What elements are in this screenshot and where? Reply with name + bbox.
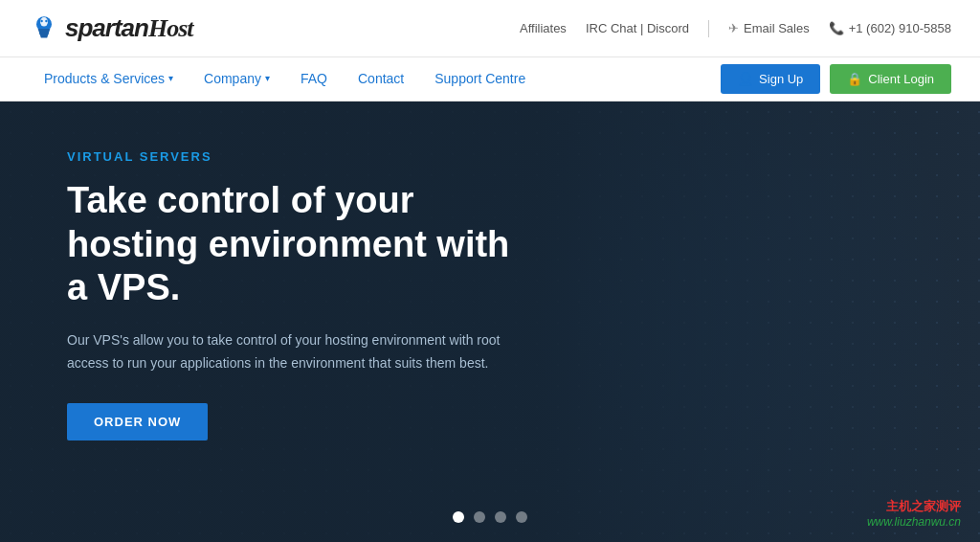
top-bar-divider [708,20,709,37]
nav-item-company[interactable]: Company ▾ [189,57,285,101]
watermark-text-1: 主机之家测评 [867,498,961,515]
svg-point-3 [45,19,47,21]
signup-button[interactable]: 👤 Sign Up [721,64,820,94]
phone-link[interactable]: 📞 +1 (602) 910-5858 [829,21,951,35]
hero-content: VIRTUAL SERVERS Take control of your hos… [0,102,593,488]
irc-discord-link[interactable]: IRC Chat | Discord [586,21,689,35]
hero-section: VIRTUAL SERVERS Take control of your hos… [0,102,980,542]
carousel-dot-1[interactable] [453,511,464,523]
brand-name: spartanHost [65,13,193,43]
top-bar: spartanHost Affiliates IRC Chat | Discor… [0,0,980,57]
nav-buttons: 👤 Sign Up 🔒 Client Login [721,64,951,94]
watermark: 主机之家测评 www.liuzhanwu.cn [867,498,961,529]
chevron-down-icon: ▾ [265,73,270,83]
logo[interactable]: spartanHost [29,13,193,44]
nav-item-contact[interactable]: Contact [343,57,419,101]
nav-links: Products & Services ▾ Company ▾ FAQ Cont… [29,57,541,101]
hero-title: Take control of your hosting environment… [67,179,526,310]
login-button[interactable]: 🔒 Client Login [830,64,951,94]
top-links: Affiliates IRC Chat | Discord ✈ Email Sa… [520,20,951,37]
lock-icon: 🔒 [847,72,862,86]
svg-point-2 [40,19,42,21]
send-icon: ✈ [728,21,739,35]
nav-item-support-centre[interactable]: Support Centre [419,57,541,101]
svg-marker-5 [38,29,51,38]
phone-icon: 📞 [829,21,844,35]
carousel-dot-2[interactable] [474,511,485,523]
hero-description: Our VPS's allow you to take control of y… [67,329,526,375]
nav-item-products-services[interactable]: Products & Services ▾ [29,57,189,101]
hero-subtitle: VIRTUAL SERVERS [67,149,526,164]
watermark-text-2: www.liuzhanwu.cn [867,515,961,529]
carousel-dot-3[interactable] [495,511,506,523]
carousel-dot-4[interactable] [516,511,527,523]
email-sales-link[interactable]: ✈ Email Sales [728,21,810,35]
order-now-button[interactable]: ORDER NOW [67,403,208,440]
chevron-down-icon: ▾ [168,73,173,83]
spartan-logo-icon [29,13,59,44]
affiliates-link[interactable]: Affiliates [520,21,567,35]
carousel-dots [453,511,527,523]
user-icon: 👤 [738,72,753,86]
nav-item-faq[interactable]: FAQ [285,57,343,101]
nav-bar: Products & Services ▾ Company ▾ FAQ Cont… [0,57,980,102]
